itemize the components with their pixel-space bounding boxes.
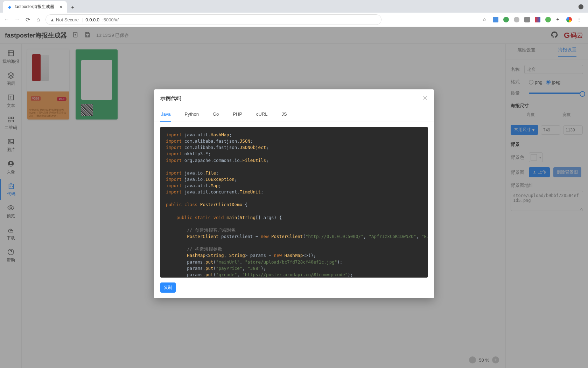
- modal-tab-php[interactable]: PHP: [232, 107, 243, 122]
- modal-tab-python[interactable]: Python: [184, 107, 199, 122]
- not-secure-indicator[interactable]: ▲ Not Secure: [50, 17, 79, 22]
- nav-back-icon[interactable]: ←: [4, 16, 10, 23]
- address-bar[interactable]: ▲ Not Secure | 0.0.0.0:5000/#/: [46, 14, 382, 25]
- ext-chrome-icon[interactable]: [566, 17, 572, 22]
- modal-tab-curl[interactable]: cURL: [255, 107, 268, 122]
- ext-green-icon[interactable]: [545, 17, 551, 22]
- modal-title: 示例代码: [160, 95, 181, 102]
- chrome-menu-icon[interactable]: ⋮: [577, 17, 582, 22]
- modal-language-tabs: Java Python Go PHP cURL JS: [154, 107, 434, 122]
- tab-favicon-icon: ◆: [7, 5, 12, 9]
- tab-title: fastposter海报生成器: [15, 4, 54, 10]
- window-menu-icon[interactable]: ⬤: [578, 4, 584, 9]
- url-path: :5000/#/: [102, 17, 119, 22]
- browser-tab[interactable]: ◆ fastposter海报生成器 ✕: [3, 1, 67, 13]
- bookmark-star-icon[interactable]: ☆: [482, 17, 488, 22]
- browser-toolbar: ← → ⟳ ⌂ ▲ Not Secure | 0.0.0.0:5000/#/ ☆…: [0, 13, 588, 27]
- nav-forward-icon: →: [14, 16, 20, 23]
- browser-chrome: ◆ fastposter海报生成器 ✕ ＋ ⬤ ← → ⟳ ⌂ ▲ Not Se…: [0, 0, 588, 27]
- code-block[interactable]: import java.util.HashMap; import com.ali…: [160, 127, 428, 278]
- nav-reload-icon[interactable]: ⟳: [24, 16, 31, 23]
- sample-code-modal: 示例代码 ✕ Java Python Go PHP cURL JS import…: [154, 89, 434, 298]
- ext-evernote-icon[interactable]: [503, 17, 509, 22]
- url-host: 0.0.0.0: [85, 17, 99, 22]
- nav-home-icon[interactable]: ⌂: [35, 16, 41, 23]
- ext-grey-icon[interactable]: [514, 17, 519, 22]
- modal-tab-java[interactable]: Java: [160, 107, 171, 122]
- copy-code-button[interactable]: 复制: [160, 282, 176, 293]
- modal-tab-go[interactable]: Go: [212, 107, 219, 122]
- ext-camera-icon[interactable]: [524, 17, 530, 22]
- not-secure-label: Not Secure: [56, 17, 79, 22]
- code-content: import java.util.HashMap; import com.ali…: [166, 132, 422, 278]
- extensions-puzzle-icon[interactable]: ✦: [556, 17, 561, 22]
- browser-tab-strip: ◆ fastposter海报生成器 ✕ ＋ ⬤: [0, 0, 588, 13]
- ext-translate-icon[interactable]: [493, 17, 498, 22]
- new-tab-button[interactable]: ＋: [67, 2, 78, 13]
- ext-flag-icon[interactable]: [535, 17, 540, 22]
- tab-close-icon[interactable]: ✕: [59, 5, 63, 9]
- warning-icon: ▲: [50, 17, 55, 22]
- modal-close-icon[interactable]: ✕: [422, 94, 428, 102]
- extensions-tray: ☆ ✦ ⋮: [482, 17, 584, 22]
- modal-tab-js[interactable]: JS: [281, 107, 288, 122]
